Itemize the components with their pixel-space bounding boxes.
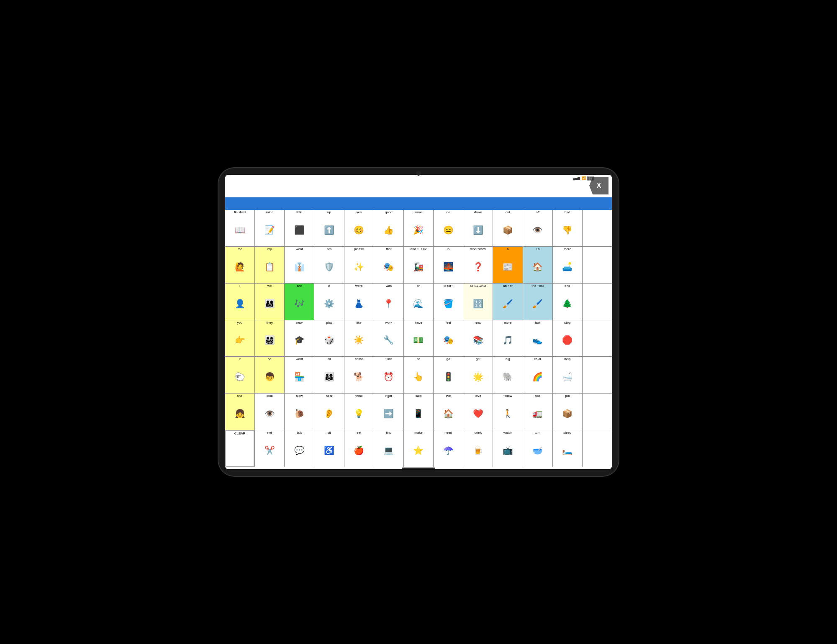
vocab-cell[interactable]: find💻	[374, 430, 403, 467]
vocab-cell[interactable]: sleep🛏️	[553, 430, 582, 467]
vocab-cell[interactable]: and 1+1=2🚂	[404, 247, 433, 283]
vocab-cell[interactable]: come🐕	[344, 357, 374, 393]
vocab-cell[interactable]: ride🚛	[523, 394, 552, 430]
cell-icon: ⬇️	[473, 215, 483, 245]
vocab-cell[interactable]: talk💬	[285, 430, 314, 467]
vocab-cell[interactable]: hear👂	[314, 394, 344, 430]
vocab-cell[interactable]: CLEAR	[225, 430, 254, 467]
vocab-cell[interactable]: get🌟	[463, 357, 493, 393]
vocab-cell[interactable]: up⬆️	[314, 210, 344, 246]
vocab-cell[interactable]: we👨‍👩‍👧	[255, 284, 284, 320]
vocab-cell[interactable]: +s🏠	[523, 247, 552, 283]
vocab-cell[interactable]: am🛡️	[314, 247, 344, 283]
vocab-cell[interactable]: wear👔	[285, 247, 314, 283]
vocab-cell[interactable]: little⬛	[285, 210, 314, 246]
vocab-cell[interactable]: live🏠	[434, 394, 463, 430]
vocab-cell[interactable]: no😐	[434, 210, 463, 246]
vocab-cell[interactable]: sit♿	[314, 430, 344, 467]
vocab-cell[interactable]: work🔧	[374, 320, 403, 357]
vocab-cell[interactable]: she👧	[225, 394, 254, 430]
vocab-cell[interactable]	[583, 247, 612, 283]
vocab-cell[interactable]: go🚦	[434, 357, 463, 393]
vocab-cell[interactable]: play🎲	[314, 320, 344, 357]
cell-icon: 🎵	[503, 325, 513, 355]
vocab-cell[interactable]: out📦	[493, 210, 522, 246]
vocab-cell[interactable]: yes😊	[344, 210, 374, 246]
cell-label: off	[524, 211, 552, 215]
vocab-cell[interactable]: drink🍺	[463, 430, 493, 467]
cell-label: my	[256, 248, 283, 251]
vocab-cell[interactable]	[583, 357, 612, 393]
vocab-cell[interactable]: said📱	[404, 394, 433, 430]
vocab-cell[interactable]: follow🚶	[493, 394, 522, 430]
vocab-cell[interactable]: you👉	[225, 320, 254, 357]
vocab-cell[interactable]: not✂️	[255, 430, 284, 467]
vocab-cell[interactable]	[583, 394, 612, 430]
vocab-cell[interactable]: put📦	[553, 394, 582, 430]
vocab-cell[interactable]: on🌊	[404, 284, 433, 320]
vocab-cell[interactable]: I👤	[225, 284, 254, 320]
vocab-cell[interactable]: me🙋	[225, 247, 254, 283]
vocab-cell[interactable]: eat🍎	[344, 430, 374, 467]
cell-label: eat	[345, 431, 373, 435]
vocab-cell[interactable]: think💡	[344, 394, 374, 430]
vocab-cell[interactable]: feel🎭	[434, 320, 463, 357]
vocab-cell[interactable]: is⚙️	[314, 284, 344, 320]
vocab-cell[interactable]: was📍	[374, 284, 403, 320]
vocab-cell[interactable]: stop🛑	[553, 320, 582, 357]
vocab-cell[interactable]: he👦	[255, 357, 284, 393]
vocab-cell[interactable]: finished📖	[225, 210, 254, 246]
vocab-cell[interactable]: end🌲	[553, 284, 582, 320]
vocab-cell[interactable]: off👁️	[523, 210, 552, 246]
vocab-cell[interactable]	[583, 320, 612, 357]
vocab-cell[interactable]: watch📺	[493, 430, 522, 467]
vocab-cell[interactable]: big🐘	[493, 357, 522, 393]
vocab-cell[interactable]: more🎵	[493, 320, 522, 357]
vocab-cell[interactable]: need☂️	[434, 430, 463, 467]
vocab-cell[interactable]: what word❓	[463, 247, 493, 283]
vocab-cell[interactable]: they👨‍👩‍👧‍👦	[255, 320, 284, 357]
vocab-cell[interactable]: an +er🖌️	[493, 284, 522, 320]
vocab-cell[interactable]: help🛁	[553, 357, 582, 393]
vocab-cell[interactable]	[583, 284, 612, 320]
vocab-cell[interactable]: SPELL/NU🔢	[463, 284, 493, 320]
vocab-cell[interactable]: my📋	[255, 247, 284, 283]
vocab-cell[interactable]: in🌉	[434, 247, 463, 283]
vocab-cell[interactable]: fast👟	[523, 320, 552, 357]
cell-label: +s	[524, 248, 552, 251]
vocab-cell[interactable]: a📰	[493, 247, 522, 283]
vocab-cell[interactable]: like☀️	[344, 320, 374, 357]
vocab-cell[interactable]: read📚	[463, 320, 493, 357]
vocab-cell[interactable]: down⬇️	[463, 210, 493, 246]
vocab-cell[interactable]: are🎶	[285, 284, 314, 320]
vocab-cell[interactable]: all👨‍👩‍👧	[314, 357, 344, 393]
vocab-cell[interactable]	[583, 210, 612, 246]
vocab-cell[interactable]: the +est🖌️	[523, 284, 552, 320]
vocab-cell[interactable]: love❤️	[463, 394, 493, 430]
vocab-cell[interactable]: color🌈	[523, 357, 552, 393]
vocab-cell[interactable]: mine📝	[255, 210, 284, 246]
vocab-cell[interactable]: were👗	[344, 284, 374, 320]
vocab-cell[interactable]: right➡️	[374, 394, 403, 430]
vocab-cell[interactable]: want🏪	[285, 357, 314, 393]
vocab-cell[interactable]: new🎓	[285, 320, 314, 357]
vocab-cell[interactable]: have💵	[404, 320, 433, 357]
vocab-cell[interactable]: it🐑	[225, 357, 254, 393]
vocab-cell[interactable]: some🎉	[404, 210, 433, 246]
vocab-cell[interactable]	[583, 430, 612, 467]
vocab-cell[interactable]: please✨	[344, 247, 374, 283]
vocab-cell[interactable]: to tot+🪣	[434, 284, 463, 320]
vocab-cell[interactable]: time⏰	[374, 357, 403, 393]
vocab-cell[interactable]: look👁️	[255, 394, 284, 430]
vocab-cell[interactable]: slow🐌	[285, 394, 314, 430]
vocab-cell[interactable]: there🛋️	[553, 247, 582, 283]
cell-icon: ☂️	[443, 435, 454, 466]
vocab-cell[interactable]: turn🥣	[523, 430, 552, 467]
vocab-cell[interactable]: good👍	[374, 210, 403, 246]
cell-icon: 👔	[294, 251, 305, 282]
vocab-cell[interactable]: make⭐	[404, 430, 433, 467]
vocab-cell[interactable]: bad👎	[553, 210, 582, 246]
vocab-cell[interactable]: that🎭	[374, 247, 403, 283]
cell-icon: 📋	[264, 251, 275, 282]
vocab-cell[interactable]: do👆	[404, 357, 433, 393]
